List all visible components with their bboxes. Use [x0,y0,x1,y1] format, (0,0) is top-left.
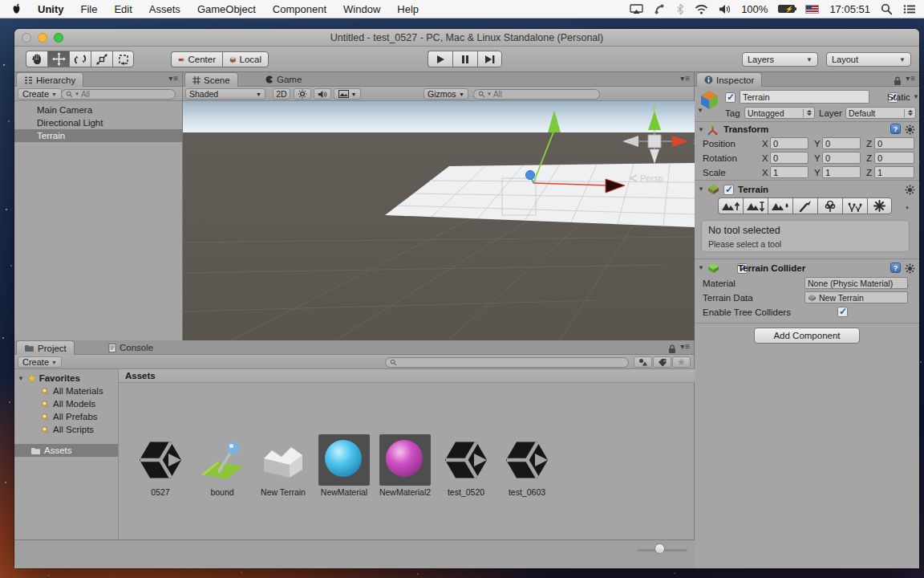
favorite-all-scripts[interactable]: All Scripts [14,423,118,436]
transform-help-icon[interactable]: ? [890,124,901,134]
terrain-enabled-checkbox[interactable] [723,185,734,195]
asset-newmaterial2[interactable]: NewMaterial2 [375,434,436,497]
scene-panel-menu[interactable]: ▾≡ [680,74,691,83]
move-tool-button[interactable] [47,51,69,67]
menu-window[interactable]: Window [343,3,380,15]
asset-test-0603[interactable]: test_0603 [496,434,557,497]
rotation-z-field[interactable]: 0 [874,152,914,164]
hand-tool-button[interactable] [26,51,47,67]
hierarchy-item-directional-light[interactable]: Directional Light [14,116,182,129]
terrain-settings-tool[interactable] [867,197,892,214]
scene-audio-button[interactable] [314,88,331,100]
shading-mode-dropdown[interactable]: Shaded▼ [185,88,265,100]
position-x-field[interactable]: 0 [770,137,808,149]
menu-clock[interactable]: 17:05:51 [829,3,870,15]
layer-dropdown[interactable]: Default [845,107,916,119]
search-by-type-button[interactable] [634,356,652,368]
play-button[interactable] [428,51,452,67]
scene-viewport[interactable]: y x Persp [183,101,695,340]
terrain-foldout[interactable]: ▼ [698,185,704,193]
raise-lower-terrain-tool[interactable] [718,197,743,214]
scene-effects-dropdown[interactable]: ▼ [334,88,361,100]
gameobject-name-field[interactable]: Terrain [740,90,869,104]
notification-center-icon[interactable] [903,4,916,14]
terrain-collider-title[interactable]: Terrain Collider [738,263,805,273]
terrain-gear-icon[interactable]: ▼ [905,184,919,213]
favorite-search-button[interactable]: ★ [672,356,691,368]
volume-icon[interactable] [719,4,731,14]
position-z-field[interactable]: 0 [874,137,914,149]
asset-newmaterial[interactable]: NewMaterial [314,434,375,497]
airplay-icon[interactable] [630,4,643,14]
favorites-root[interactable]: ▼ ★ Favorites [14,372,118,385]
bluetooth-icon[interactable] [676,3,684,15]
position-y-field[interactable]: 0 [822,137,861,149]
layout-dropdown[interactable]: Layout▼ [826,52,911,67]
pause-button[interactable] [452,51,477,67]
asset-0527[interactable]: 0527 [130,434,191,497]
rect-tool-button[interactable] [112,51,134,67]
static-dropdown-arrow[interactable]: ▼ [913,93,919,100]
hierarchy-item-main-camera[interactable]: Main Camera [14,104,182,116]
tag-dropdown[interactable]: Untagged [744,107,815,119]
menu-unity[interactable]: Unity [38,3,64,15]
project-search-input[interactable] [385,357,629,368]
gameobject-icon-dropdown[interactable]: ▼ [697,107,703,114]
project-panel-menu[interactable]: ▾≡ [680,342,691,351]
favorite-all-models[interactable]: All Models [14,397,118,410]
pivot-center-button[interactable]: Center [171,51,222,67]
minimize-button[interactable] [38,33,47,43]
terrain-data-field[interactable]: New Terrain [804,291,908,303]
layers-dropdown[interactable]: Layers▼ [742,52,818,67]
terrain-collider-foldout[interactable]: ▼ [698,264,704,271]
window-title-bar[interactable]: Untitled - test_0527 - PC, Mac & Linux S… [14,29,919,47]
terrain-collider-help-icon[interactable]: ? [890,263,901,273]
asset-bound[interactable]: bound [192,434,253,497]
step-button[interactable] [477,51,502,67]
smooth-height-tool[interactable] [768,197,792,214]
assets-folder-item[interactable]: Assets [14,444,118,457]
favorite-all-materials[interactable]: All Materials [14,385,118,397]
zoom-button[interactable] [54,33,63,43]
thumbnail-zoom-slider-thumb[interactable] [654,543,665,554]
transform-foldout[interactable]: ▼ [698,126,704,133]
gizmos-dropdown[interactable]: Gizmos▼ [424,88,468,100]
paint-details-tool[interactable] [842,197,867,214]
terrain-title[interactable]: Terrain [738,185,768,194]
menu-component[interactable]: Component [273,3,326,15]
material-field[interactable]: None (Physic Material) [804,277,908,289]
project-create-button[interactable]: Create▼ [18,356,62,368]
wifi-icon[interactable] [695,4,708,14]
input-language-flag-icon[interactable] [805,5,819,14]
add-component-button[interactable]: Add Component [754,328,860,344]
scene-search-input[interactable]: ▼All [473,89,600,100]
search-by-label-button[interactable] [653,356,671,368]
paint-texture-tool[interactable] [792,197,817,214]
scale-x-field[interactable]: 1 [770,166,808,178]
2d-toggle-button[interactable]: 2D [273,88,290,100]
spotlight-icon[interactable] [881,3,893,15]
tab-game[interactable]: Game [258,72,309,87]
tab-console[interactable]: Console [101,340,160,355]
tab-inspector[interactable]: Inspector [696,72,762,87]
transform-title[interactable]: Transform [723,124,768,134]
favorites-foldout[interactable]: ▼ [18,375,24,382]
rotation-x-field[interactable]: 0 [770,152,808,164]
menu-gameobject[interactable]: GameObject [197,3,256,15]
tab-hierarchy[interactable]: Hierarchy [16,72,83,87]
gameobject-active-checkbox[interactable] [725,92,736,103]
close-button[interactable] [22,33,31,43]
asset-new-terrain[interactable]: New Terrain [253,434,314,497]
rotate-tool-button[interactable] [69,51,91,67]
tab-scene[interactable]: Scene [184,72,238,87]
hierarchy-panel-menu[interactable]: ▾≡ [168,74,179,83]
scale-tool-button[interactable] [91,51,112,67]
asset-test-0520[interactable]: test_0520 [436,434,496,497]
tab-project[interactable]: Project [16,340,75,355]
menu-assets[interactable]: Assets [149,3,180,15]
paint-height-tool[interactable] [743,197,768,214]
enable-tree-colliders-checkbox[interactable] [837,307,848,317]
scene-lighting-button[interactable] [294,88,311,100]
pivot-local-button[interactable]: Local [222,51,269,67]
menu-edit[interactable]: Edit [114,3,132,15]
